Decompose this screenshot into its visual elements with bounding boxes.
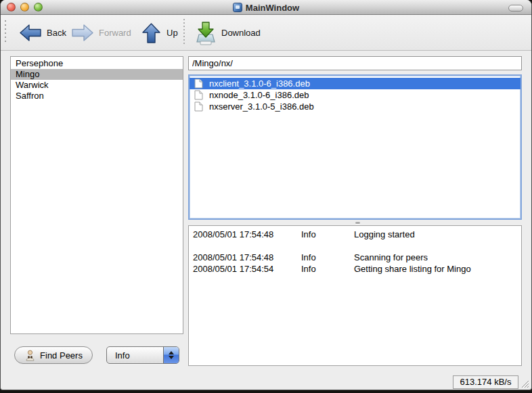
log-level: Info [301,229,316,240]
document-icon [194,101,203,112]
log-timestamp: 2008/05/01 17:54:48 [193,229,273,240]
up-button-label: Up [167,28,178,38]
peer-list-item[interactable]: Persephone [11,58,183,69]
file-row[interactable]: nxnode_3.1.0-6_i386.deb [190,89,520,101]
window-title: MainWindow [246,3,299,13]
log-panel[interactable]: 2008/05/01 17:54:48 Info Logging started… [188,225,522,366]
peer-list-item-selected[interactable]: Mingo [11,69,183,80]
log-level-selected-value: Info [107,347,163,363]
file-name: nxserver_3.1.0-5_i386.deb [209,101,314,112]
document-icon [194,78,203,89]
download-icon [195,21,217,45]
log-message: Getting share listing for Mingo [354,263,471,275]
document-icon [194,90,203,100]
log-message: Scanning for peers [354,252,428,263]
title-bar[interactable]: MainWindow [1,0,531,15]
log-timestamp: 2008/05/01 17:54:48 [193,252,273,263]
file-row-selected[interactable]: nxclient_3.1.0-6_i386.deb [190,78,520,89]
toolbar-drag-handle-icon[interactable] [5,20,6,45]
toolbar-toggle-pill-button[interactable] [508,5,523,11]
app-window-icon [233,3,242,12]
peer-list[interactable]: Persephone Mingo Warwick Saffron [10,56,183,334]
find-peers-label: Find Peers [40,350,83,361]
file-name: nxclient_3.1.0-6_i386.deb [209,78,310,89]
back-button-label: Back [47,28,66,38]
log-level: Info [301,263,316,275]
log-entry: 2008/05/01 17:54:48 Info Logging started [189,229,521,240]
person-binoculars-icon [24,350,36,361]
splitter-grip-icon [355,222,360,224]
file-list[interactable]: nxclient_3.1.0-6_i386.deb nxnode_3.1.0-6… [188,74,522,220]
resize-grip-icon[interactable] [520,379,529,388]
log-entry: 2008/05/01 17:54:54 Info Getting share l… [189,263,521,275]
download-button-label: Download [221,28,261,38]
forward-button-label: Forward [99,28,131,38]
path-input[interactable] [188,56,522,70]
chevron-down-icon [169,356,174,359]
peer-list-item[interactable]: Warwick [11,80,183,91]
back-arrow-icon [19,23,42,43]
log-entry: 2008/05/01 17:54:48 Info Scanning for pe… [189,252,521,263]
up-button[interactable]: Up [141,15,178,51]
log-message: Logging started [354,229,415,240]
forward-arrow-icon [71,23,94,43]
window-title-group: MainWindow [1,0,531,15]
download-button[interactable]: Download [195,15,261,51]
log-entry-blank [189,240,521,252]
main-window: MainWindow Back Forward [0,0,532,390]
log-level-select[interactable]: Info [106,346,179,364]
find-peers-button[interactable]: Find Peers [14,346,93,364]
up-arrow-icon [141,22,162,44]
peer-list-item[interactable]: Saffron [11,91,183,101]
forward-button[interactable]: Forward [71,15,131,51]
toolbar-separator [183,19,185,46]
popup-stepper-icon [163,347,179,363]
log-level: Info [301,252,316,263]
file-row[interactable]: nxserver_3.1.0-5_i386.deb [190,101,520,112]
toolbar: Back Forward Up [1,15,531,51]
chevron-up-icon [169,351,174,354]
splitter-handle[interactable] [188,220,522,225]
transfer-rate-display: 613.174 kB/s [453,375,518,389]
back-button[interactable]: Back [19,15,66,51]
file-name: nxnode_3.1.0-6_i386.deb [209,90,309,100]
log-timestamp: 2008/05/01 17:54:54 [193,263,273,275]
